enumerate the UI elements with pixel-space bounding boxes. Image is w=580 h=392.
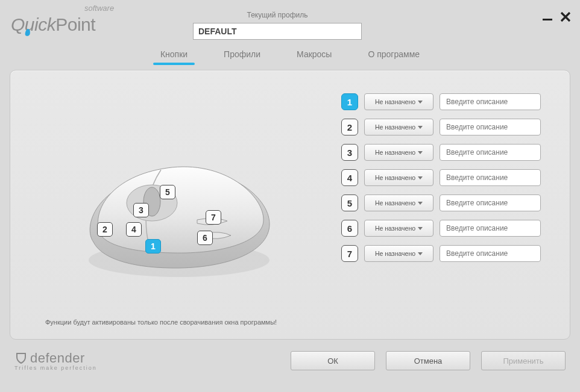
tab-bar: КнопкиПрофилиМакросыО программе: [0, 47, 580, 70]
assignment-dropdown-label: Не назначено: [375, 149, 415, 156]
assignment-dropdown-5[interactable]: Не назначено: [364, 194, 433, 211]
shield-icon: [14, 352, 28, 365]
assignment-description-4[interactable]: [440, 169, 541, 186]
mouse-label-4: 4: [126, 222, 142, 237]
tab-1[interactable]: Профили: [222, 47, 262, 65]
assignment-dropdown-label: Не назначено: [375, 199, 415, 207]
chevron-down-icon: [418, 252, 423, 255]
close-button[interactable]: [560, 11, 572, 23]
logo-software: software: [84, 4, 114, 13]
assignment-dropdown-2[interactable]: Не назначено: [364, 119, 433, 135]
ok-button[interactable]: ОК: [291, 351, 375, 370]
defender-tagline: Trifles make perfection: [14, 365, 97, 371]
mouse-label-2: 2: [97, 222, 113, 237]
mouse-label-7: 7: [206, 210, 221, 225]
assignment-description-1[interactable]: [440, 93, 541, 110]
svg-rect-0: [543, 19, 552, 20]
cancel-button[interactable]: Отмена: [386, 351, 470, 370]
assignment-dropdown-label: Не назначено: [375, 225, 415, 232]
assignment-description-7[interactable]: [440, 245, 541, 262]
app-logo: software QuickPoint: [11, 6, 95, 35]
chevron-down-icon: [418, 227, 423, 230]
chevron-down-icon: [418, 151, 423, 154]
chevron-down-icon: [418, 202, 423, 205]
assignment-dropdown-1[interactable]: Не назначено: [364, 93, 433, 110]
mouse-illustration: 5342176: [71, 119, 288, 287]
assignment-row-1: 1Не назначено: [341, 93, 541, 110]
current-profile-label: Текущий профиль: [193, 11, 362, 19]
assignment-description-3[interactable]: [440, 144, 541, 161]
assignment-dropdown-6[interactable]: Не назначено: [364, 220, 433, 237]
logo-point: Point: [55, 14, 95, 34]
assignment-dropdown-label: Не назначено: [375, 98, 415, 105]
assignment-number-3: 3: [341, 144, 358, 161]
main-panel: 5342176 1Не назначено2Не назначено3Не на…: [10, 70, 570, 340]
current-profile-block: Текущий профиль: [193, 11, 362, 40]
assignment-number-7: 7: [341, 245, 358, 262]
assignment-row-3: 3Не назначено: [341, 144, 541, 161]
activation-hint: Функции будут активированы только после …: [45, 319, 277, 326]
chevron-down-icon: [418, 126, 423, 129]
assignment-dropdown-label: Не назначено: [375, 250, 415, 257]
assignment-dropdown-7[interactable]: Не назначено: [364, 245, 433, 262]
minimize-button[interactable]: [541, 11, 553, 23]
assignment-number-2: 2: [341, 119, 358, 135]
assignment-row-5: 5Не назначено: [341, 194, 541, 211]
assignment-dropdown-label: Не назначено: [375, 123, 415, 131]
assignment-number-6: 6: [341, 220, 358, 237]
assignment-number-4: 4: [341, 169, 358, 186]
mouse-label-3: 3: [133, 203, 149, 217]
chevron-down-icon: [418, 101, 423, 104]
assignment-number-5: 5: [341, 194, 358, 211]
tab-2[interactable]: Макросы: [295, 47, 333, 65]
assignment-dropdown-3[interactable]: Не назначено: [364, 144, 433, 161]
assignment-description-5[interactable]: [440, 194, 541, 211]
droplet-icon: [25, 28, 31, 36]
assignment-row-4: 4Не назначено: [341, 169, 541, 186]
assignment-row-6: 6Не назначено: [341, 220, 541, 237]
defender-logo: defender Trifles make perfection: [14, 350, 97, 371]
mouse-label-1: 1: [145, 239, 161, 254]
assignment-list: 1Не назначено2Не назначено3Не назначено4…: [341, 93, 541, 262]
tab-3[interactable]: О программе: [367, 47, 421, 65]
defender-brand-text: defender: [30, 350, 85, 366]
chevron-down-icon: [418, 176, 423, 179]
assignment-row-7: 7Не назначено: [341, 245, 541, 262]
logo-quick: Quick: [11, 14, 55, 34]
assignment-row-2: 2Не назначено: [341, 119, 541, 135]
assignment-description-6[interactable]: [440, 220, 541, 237]
current-profile-input[interactable]: [193, 23, 362, 40]
assignment-number-1: 1: [341, 93, 358, 110]
mouse-label-5: 5: [160, 185, 175, 199]
mouse-label-6: 6: [197, 231, 213, 245]
assignment-description-2[interactable]: [440, 119, 541, 135]
title-bar: software QuickPoint Текущий профиль: [0, 0, 580, 47]
footer: defender Trifles make perfection ОК Отме…: [0, 340, 580, 371]
assignment-dropdown-4[interactable]: Не назначено: [364, 169, 433, 186]
apply-button[interactable]: Применить: [481, 351, 566, 370]
assignment-dropdown-label: Не назначено: [375, 174, 415, 181]
tab-0[interactable]: Кнопки: [159, 47, 189, 65]
